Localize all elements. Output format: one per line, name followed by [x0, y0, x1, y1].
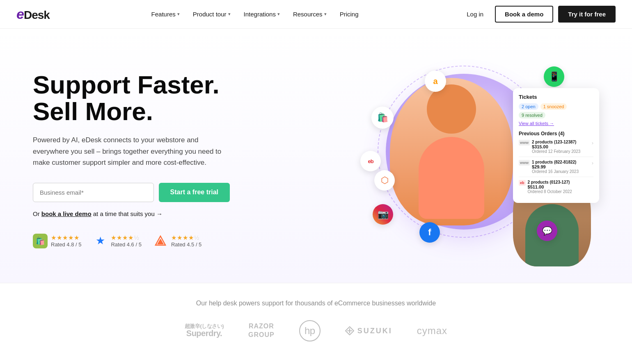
order-info: 2 products (123-12387) $315.00 Ordered 1…: [532, 140, 580, 154]
logo[interactable]: eDesk: [16, 6, 50, 22]
resolved-badge: 9 resolved: [519, 112, 545, 118]
chevron-down-icon: ▾: [177, 11, 180, 17]
order-price: $29.99: [532, 164, 579, 169]
order-logo: eb: [519, 180, 526, 186]
getapp-logo-icon: [155, 235, 166, 247]
customers-logos: 超激辛(しなさい) Superdry. RAZORGROUP hp SUZUKI…: [33, 320, 599, 341]
ticket-badges: 2 open 1 snoozed 9 resolved: [519, 103, 593, 118]
superdry-brand: Superdry.: [186, 329, 222, 338]
order-row: www 1 products (822-81822) $29.99 Ordere…: [519, 160, 593, 177]
person-woman: [390, 78, 513, 225]
facebook-icon: f: [419, 222, 440, 243]
order-arrow-icon: ›: [592, 160, 593, 166]
logo-accent-e: e: [16, 6, 24, 22]
capterra-rating-info: ★★★★½ Rated 4.6 / 5: [111, 234, 141, 248]
nav-integrations-label: Integrations: [244, 11, 276, 18]
order-product: 2 products (123-12387): [532, 140, 580, 144]
order-date: Ordered 16 January 2023: [532, 169, 579, 174]
nav-pricing[interactable]: Pricing: [334, 7, 364, 21]
customers-section: Our help desk powers support for thousan…: [0, 283, 632, 358]
hero-subtext: Powered by AI, eDesk connects to your we…: [33, 134, 230, 168]
person-woman-placeholder: [419, 84, 484, 219]
capterra-rating: ★ ★★★★½ Rated 4.6 / 5: [93, 234, 141, 248]
chevron-down-icon: ▾: [324, 11, 327, 17]
superdry-logo: 超激辛(しなさい) Superdry.: [185, 323, 224, 338]
nav-pricing-label: Pricing: [340, 11, 359, 18]
amazon-icon: a: [425, 71, 446, 92]
nav-integrations[interactable]: Integrations ▾: [238, 7, 286, 21]
shopify-rating-info: ★★★★★ Rated 4.8 / 5: [51, 234, 81, 248]
nav-product-tour-label: Product tour: [193, 11, 227, 18]
suzuki-emblem-icon: [345, 326, 354, 335]
getapp-rating: ★★★★½ Rated 4.5 / 5: [153, 234, 202, 248]
cymax-logo: cymax: [417, 325, 447, 337]
nav-actions: Log in Book a demo Try it for free: [460, 6, 616, 23]
getapp-stars: ★★★★½: [171, 234, 202, 241]
getapp-icon: [153, 234, 168, 248]
nav-product-tour[interactable]: Product tour ▾: [187, 7, 236, 21]
try-free-button[interactable]: Try it for free: [558, 6, 616, 23]
capterra-icon: ★: [93, 234, 108, 248]
nav-features[interactable]: Features ▾: [146, 7, 185, 21]
suzuki-text: SUZUKI: [357, 327, 392, 335]
order-logo: www: [519, 160, 530, 166]
order-date: Ordered 12 February 2023: [532, 149, 580, 154]
person-head: [427, 84, 476, 134]
snoozed-badge: 1 snoozed: [540, 103, 567, 110]
order-product: 1 products (822-81822): [532, 160, 579, 164]
superdry-text: 超激辛(しなさい): [185, 323, 224, 329]
hp-logo: hp: [299, 320, 321, 341]
tickets-title: Tickets: [519, 94, 593, 100]
chat-icon: 💬: [537, 221, 557, 241]
order-price: $315.00: [532, 144, 580, 149]
capterra-rating-text: Rated 4.6 / 5: [111, 241, 141, 248]
navbar: eDesk Features ▾ Product tour ▾ Integrat…: [0, 0, 632, 29]
hero-form: Start a free trial: [33, 183, 230, 202]
hero-headline-line1: Support Faster.: [33, 71, 220, 99]
hero-headline: Support Faster. Sell More.: [33, 71, 230, 125]
crm-panel: Tickets 2 open 1 snoozed 9 resolved View…: [513, 88, 599, 203]
book-demo-button[interactable]: Book a demo: [495, 6, 553, 23]
getapp-rating-info: ★★★★½ Rated 4.5 / 5: [171, 234, 202, 248]
email-input[interactable]: [33, 183, 154, 202]
login-button[interactable]: Log in: [460, 7, 490, 21]
order-product: 2 products (0123-127): [528, 180, 572, 184]
order-price: $511.00: [528, 184, 572, 189]
demo-prefix: Or: [33, 210, 40, 217]
shopify-icon: 🛍️: [33, 234, 48, 248]
shopify-rating: 🛍️ ★★★★★ Rated 4.8 / 5: [33, 234, 81, 248]
hero-illustration: a 📱 🛍️ ✷ eb ⬡ 📷 f 💬 Tickets 2 open 1 sno…: [353, 53, 599, 266]
nav-resources-label: Resources: [293, 11, 323, 18]
view-tickets-link[interactable]: View all tickets →: [519, 121, 593, 126]
open-badge: 2 open: [519, 103, 538, 110]
order-date: Ordered 8 October 2022: [528, 189, 572, 194]
capterra-stars: ★★★★½: [111, 234, 141, 241]
nav-features-label: Features: [151, 11, 176, 18]
instagram-icon: 📷: [373, 204, 393, 225]
magento-icon: ⬡: [374, 170, 395, 191]
whatsapp-icon: 📱: [544, 66, 564, 87]
start-trial-button[interactable]: Start a free trial: [159, 183, 230, 202]
hero-section: Support Faster. Sell More. Powered by AI…: [0, 29, 632, 283]
shopify-rating-text: Rated 4.8 / 5: [51, 241, 81, 248]
orders-title: Previous Orders (4): [519, 131, 593, 136]
nav-resources[interactable]: Resources ▾: [287, 7, 332, 21]
shopify-stars: ★★★★★: [51, 234, 81, 241]
ratings-row: 🛍️ ★★★★★ Rated 4.8 / 5 ★ ★★★★½ Rated 4.6…: [33, 234, 230, 248]
book-demo-link[interactable]: book a live demo: [41, 210, 92, 217]
person-body: [419, 137, 484, 219]
order-info: 2 products (0123-127) $511.00 Ordered 8 …: [528, 180, 572, 194]
ebay-icon: eb: [360, 151, 381, 171]
getapp-rating-text: Rated 4.5 / 5: [171, 241, 202, 248]
shopify-channel-icon: 🛍️: [371, 107, 394, 129]
logo-desk: Desk: [24, 9, 50, 21]
suzuki-logo: SUZUKI: [345, 326, 392, 335]
nav-links: Features ▾ Product tour ▾ Integrations ▾…: [146, 7, 364, 21]
razor-group-logo: RAZORGROUP: [248, 322, 275, 339]
order-logo: www: [519, 140, 530, 146]
demo-link-text: Or book a live demo at a time that suits…: [33, 210, 230, 217]
order-row: www 2 products (123-12387) $315.00 Order…: [519, 140, 593, 157]
logo-text: eDesk: [16, 6, 50, 22]
chevron-down-icon: ▾: [228, 11, 231, 17]
customers-tagline: Our help desk powers support for thousan…: [33, 300, 599, 307]
